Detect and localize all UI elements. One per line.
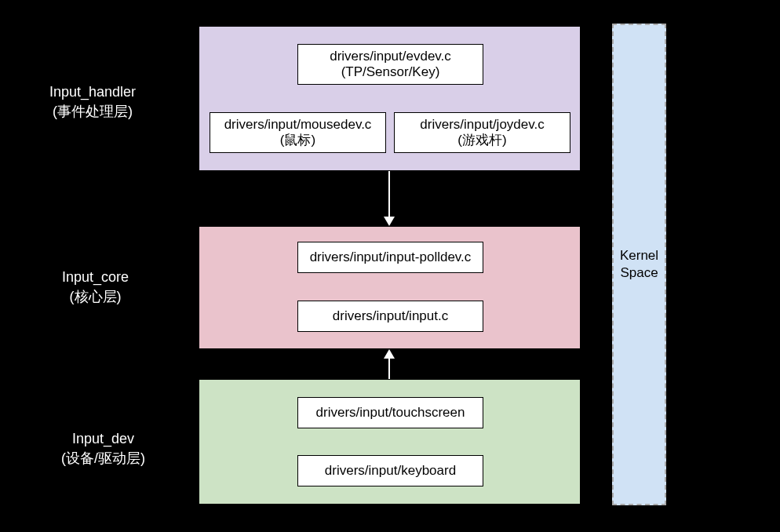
kernel-line: Space (620, 264, 658, 282)
handler-section: drivers/input/evdev.c (TP/Sensor/Key) dr… (199, 26, 581, 171)
left-label-core: Input_core (核心层) (62, 268, 129, 307)
label-line: Input_core (62, 268, 129, 287)
item-line: drivers/input/input.c (333, 308, 448, 324)
architecture-diagram: Input_handler (事件处理层) Input_core (核心层) I… (0, 0, 780, 532)
item-line: (鼠标) (280, 133, 315, 148)
item-line: drivers/input/evdev.c (330, 49, 451, 64)
item-line: (TP/Sensor/Key) (341, 64, 440, 80)
arrow-line (388, 171, 390, 218)
item-line: drivers/input/touchscreen (316, 405, 465, 421)
item-line: (游戏杆) (457, 133, 506, 148)
item-mousedev: drivers/input/mousedev.c (鼠标) (210, 112, 386, 153)
arrow-head (384, 217, 395, 226)
item-line: drivers/input/mousedev.c (224, 117, 372, 133)
kernel-line: Kernel (620, 247, 658, 264)
arrow-line (388, 359, 390, 379)
item-line: drivers/input/joydev.c (420, 117, 544, 133)
label-line: (核心层) (62, 287, 129, 307)
label-line: Input_dev (61, 429, 145, 449)
kernel-space-box: Kernel Space (612, 24, 666, 505)
left-label-dev: Input_dev (设备/驱动层) (61, 429, 145, 468)
item-joydev: drivers/input/joydev.c (游戏杆) (394, 112, 570, 153)
item-line: drivers/input/keyboard (325, 463, 456, 479)
item-line: drivers/input/input-polldev.c (310, 250, 472, 265)
item-polldev: drivers/input/input-polldev.c (297, 242, 483, 273)
label-line: (设备/驱动层) (61, 449, 145, 468)
label-line: Input_handler (49, 82, 136, 102)
label-line: (事件处理层) (49, 102, 136, 122)
dev-section: drivers/input/touchscreen drivers/input/… (199, 379, 581, 505)
item-keyboard: drivers/input/keyboard (297, 455, 483, 486)
left-label-handler: Input_handler (事件处理层) (49, 82, 136, 122)
core-section: drivers/input/input-polldev.c drivers/in… (199, 226, 581, 349)
arrow-head (384, 349, 395, 359)
item-touch: drivers/input/touchscreen (297, 397, 483, 428)
item-input: drivers/input/input.c (297, 301, 483, 332)
item-evdev: drivers/input/evdev.c (TP/Sensor/Key) (297, 44, 483, 85)
